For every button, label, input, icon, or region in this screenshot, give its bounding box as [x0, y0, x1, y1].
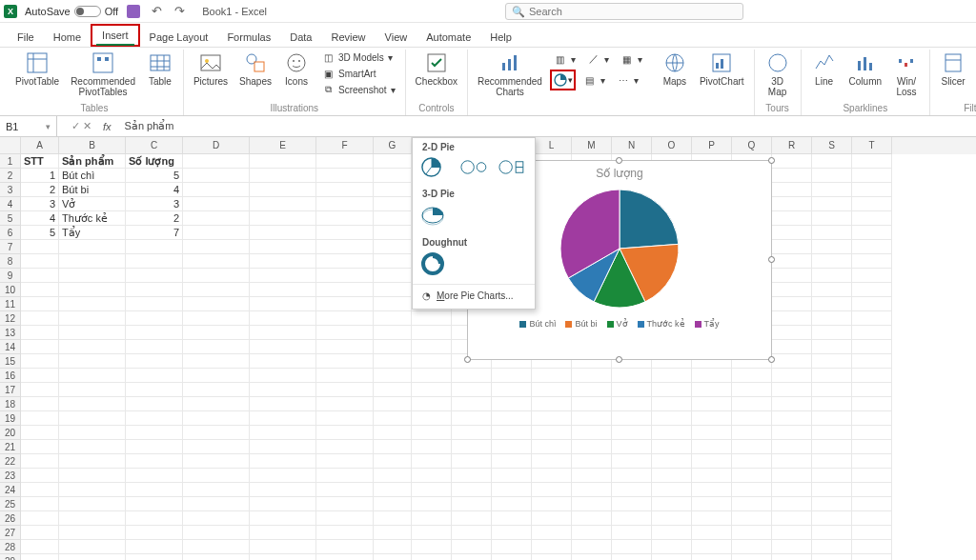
row-header[interactable]: 15 [0, 354, 21, 369]
cell[interactable] [374, 254, 412, 269]
cell[interactable] [316, 497, 374, 511]
cell[interactable] [316, 154, 374, 169]
cell[interactable] [250, 469, 316, 483]
cell[interactable] [532, 440, 572, 454]
cell[interactable] [316, 183, 374, 197]
cell[interactable] [772, 340, 812, 354]
cell[interactable] [59, 283, 126, 297]
cell[interactable] [250, 540, 316, 554]
col-header[interactable]: O [652, 137, 692, 154]
cell[interactable] [250, 369, 316, 383]
select-all[interactable] [0, 137, 21, 154]
save-button[interactable] [126, 4, 141, 19]
cell[interactable] [59, 540, 126, 554]
cell[interactable] [852, 211, 892, 226]
cell[interactable] [21, 454, 59, 469]
cell[interactable] [412, 397, 452, 411]
cell[interactable] [692, 454, 732, 469]
cell[interactable] [772, 483, 812, 497]
cell[interactable] [412, 554, 452, 560]
sparkline-column-button[interactable]: Column [845, 50, 885, 89]
tab-insert[interactable]: Insert [91, 24, 140, 47]
cell[interactable] [812, 554, 852, 560]
cell[interactable] [812, 469, 852, 483]
cell[interactable] [532, 397, 572, 411]
cell[interactable] [374, 483, 412, 497]
cell[interactable] [21, 426, 59, 440]
row-header[interactable]: 28 [0, 540, 21, 554]
cell[interactable] [772, 254, 812, 269]
row-header[interactable]: 1 [0, 154, 21, 169]
cell[interactable]: Thước kẻ [59, 211, 126, 226]
cell[interactable] [652, 383, 692, 397]
cell[interactable] [316, 169, 374, 183]
cell[interactable] [732, 454, 772, 469]
cell[interactable] [374, 540, 412, 554]
cell[interactable] [492, 440, 532, 454]
pictures-button[interactable]: Pictures [190, 50, 232, 89]
cell[interactable] [812, 226, 852, 240]
cell[interactable] [652, 440, 692, 454]
cell[interactable] [772, 497, 812, 511]
cell[interactable] [532, 469, 572, 483]
cell[interactable] [612, 526, 652, 540]
cell[interactable] [59, 554, 126, 560]
col-header[interactable]: L [532, 137, 572, 154]
cell[interactable] [812, 197, 852, 211]
cell[interactable] [412, 311, 452, 326]
cell[interactable]: 7 [126, 226, 183, 240]
cell[interactable] [572, 383, 612, 397]
cell[interactable] [316, 469, 374, 483]
cell[interactable] [852, 340, 892, 354]
cell[interactable] [572, 454, 612, 469]
cell[interactable] [532, 411, 572, 426]
cell[interactable] [692, 411, 732, 426]
col-header[interactable]: E [250, 137, 316, 154]
slicer-button[interactable]: Slicer [936, 50, 970, 89]
cell[interactable] [852, 197, 892, 211]
cell[interactable] [612, 454, 652, 469]
cell[interactable] [532, 554, 572, 560]
cell[interactable] [183, 169, 250, 183]
cell[interactable] [572, 469, 612, 483]
cell[interactable] [812, 154, 852, 169]
cell[interactable] [183, 154, 250, 169]
cell[interactable] [812, 240, 852, 254]
cell[interactable] [852, 454, 892, 469]
cell[interactable] [183, 454, 250, 469]
tab-automate[interactable]: Automate [417, 28, 480, 47]
cell[interactable] [572, 497, 612, 511]
pivotchart-button[interactable]: PivotChart [696, 50, 748, 89]
cell[interactable] [59, 326, 126, 340]
cell[interactable] [126, 483, 183, 497]
cell[interactable] [612, 397, 652, 411]
cell[interactable] [59, 469, 126, 483]
cell[interactable] [812, 354, 852, 369]
cell[interactable] [652, 426, 692, 440]
col-header[interactable]: B [59, 137, 126, 154]
cell[interactable] [250, 354, 316, 369]
cell[interactable] [492, 511, 532, 526]
cell[interactable] [59, 411, 126, 426]
cell[interactable] [126, 326, 183, 340]
cell[interactable] [250, 383, 316, 397]
fx-label[interactable]: fx [95, 121, 119, 132]
cell[interactable] [732, 369, 772, 383]
cell[interactable] [21, 254, 59, 269]
cell[interactable] [374, 526, 412, 540]
cell[interactable] [692, 369, 732, 383]
cell[interactable] [183, 554, 250, 560]
cell[interactable] [692, 383, 732, 397]
cell[interactable] [250, 411, 316, 426]
cell[interactable] [532, 383, 572, 397]
cell[interactable] [652, 369, 692, 383]
cell[interactable] [532, 497, 572, 511]
cell[interactable] [316, 483, 374, 497]
row-header[interactable]: 8 [0, 254, 21, 269]
cell[interactable] [452, 426, 492, 440]
cell[interactable] [126, 540, 183, 554]
cell[interactable] [59, 454, 126, 469]
cell[interactable] [652, 497, 692, 511]
cell[interactable] [812, 340, 852, 354]
col-header[interactable]: C [126, 137, 183, 154]
